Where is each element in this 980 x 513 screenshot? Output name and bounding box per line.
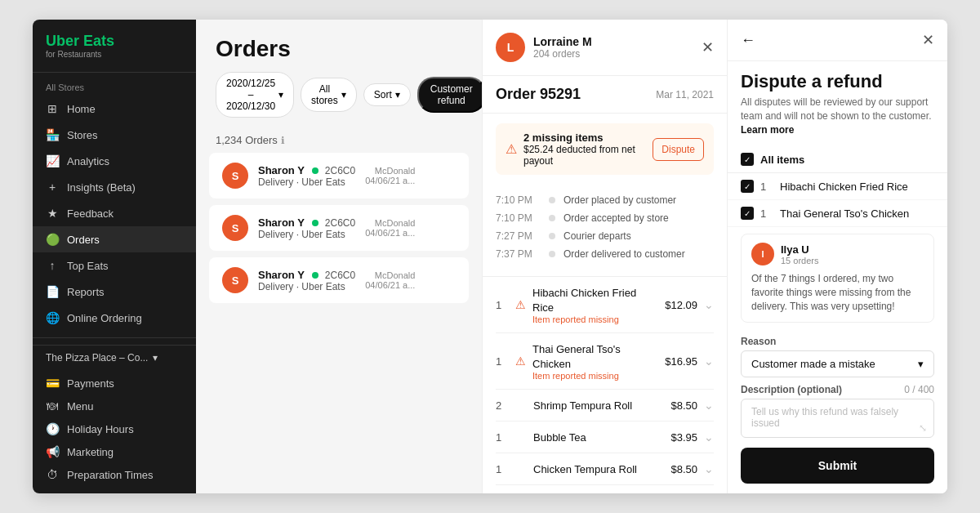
avatar: S — [222, 215, 248, 241]
customer-info: Lorraine M 204 orders — [533, 35, 592, 60]
sidebar-item-topeats[interactable]: ↑ Top Eats — [33, 252, 196, 279]
warning-icon: ⚠ — [515, 298, 526, 311]
item-name: Hibachi Chicken Fried Rice — [532, 287, 636, 314]
back-button[interactable]: ← — [741, 32, 755, 49]
item-price: $16.95 — [665, 355, 697, 368]
payments-icon: 💳 — [46, 377, 59, 390]
page-title: Orders — [216, 36, 462, 62]
item-checkbox[interactable]: ✓ — [741, 207, 754, 220]
timeline-time: 7:10 PM — [496, 212, 541, 224]
dispute-button[interactable]: Dispute — [653, 138, 704, 161]
sidebar-label-analytics: Analytics — [67, 155, 109, 167]
warning-icon: ⚠ — [506, 141, 517, 157]
sidebar-item-marketing[interactable]: 📢 Marketing — [33, 440, 196, 463]
sidebar-item-prep[interactable]: ⏱ Preparation Times — [33, 463, 196, 486]
sidebar-section-label: All Stores — [33, 73, 196, 96]
table-row[interactable]: S Sharon Y 2C6C0 Delivery · Uber Eats Mc… — [209, 153, 469, 199]
customer-name: Sharon Y 2C6C0 — [258, 216, 355, 229]
sidebar-item-reports[interactable]: 📄 Reports — [33, 279, 196, 305]
timeline-item: 7:27 PM Courier departs — [496, 230, 714, 242]
warning-icon: ⚠ — [515, 355, 526, 368]
timeline-event: Courier departs — [564, 230, 631, 242]
timeline-time: 7:27 PM — [496, 230, 541, 242]
sidebar-item-holiday[interactable]: 🕐 Holiday Hours — [33, 417, 196, 440]
date-filter-label: 2020/12/25 – 2020/12/30 — [226, 78, 275, 112]
order-info: Sharon Y 2C6C0 Delivery · Uber Eats — [258, 269, 355, 292]
item-name: Chicken Tempura Roll — [533, 463, 637, 475]
date-filter-button[interactable]: 2020/12/25 – 2020/12/30 ▾ — [216, 72, 294, 118]
sidebar-item-analytics[interactable]: 📈 Analytics — [33, 148, 196, 174]
timeline-item: 7:10 PM Order placed by customer — [496, 194, 714, 206]
description-textarea[interactable]: Tell us why this refund was falsely issu… — [741, 399, 934, 438]
orders-header: Orders 2020/12/25 – 2020/12/30 ▾ All sto… — [196, 20, 482, 127]
close-button[interactable]: ✕ — [922, 31, 934, 49]
order-info: Sharon Y 2C6C0 Delivery · Uber Eats — [258, 164, 355, 188]
dispute-item[interactable]: ✓ 1 Thai General Tso's Chicken — [728, 200, 947, 227]
reviewer-name: Ilya U — [781, 243, 818, 256]
submit-button[interactable]: Submit — [741, 448, 934, 484]
customer-avatar: L — [496, 33, 525, 62]
item-qty: 1 — [760, 207, 773, 220]
close-button[interactable]: ✕ — [702, 38, 714, 56]
order-timeline: 7:10 PM Order placed by customer 7:10 PM… — [483, 185, 727, 277]
item-qty: 1 — [496, 355, 509, 368]
learn-more-link[interactable]: Learn more — [741, 124, 794, 136]
item-name-block: Bubble Tea — [533, 430, 664, 444]
store-filter-button[interactable]: All stores ▾ — [301, 78, 357, 112]
feedback-icon: ★ — [46, 207, 59, 220]
customer-name: Lorraine M — [533, 35, 592, 48]
sidebar-item-menu[interactable]: 🍽 Menu — [33, 395, 196, 417]
chevron-down-icon: ▾ — [153, 352, 158, 364]
reason-select[interactable]: Customer made a mistake ▾ — [741, 350, 934, 377]
dispute-subtitle: All disputes will be reviewed by our sup… — [728, 96, 947, 146]
table-row[interactable]: S Sharon Y 2C6C0 Delivery · Uber Eats Mc… — [209, 257, 469, 303]
order-item[interactable]: 1 Chicken Tempura Roll $8.50 ⌄ — [496, 453, 714, 485]
all-items-row[interactable]: ✓ All items — [728, 146, 947, 173]
sidebar-item-orders[interactable]: 🟢 Orders — [33, 226, 196, 252]
sidebar-label-home: Home — [67, 103, 96, 115]
orders-toolbar: 2020/12/25 – 2020/12/30 ▾ All stores ▾ S… — [216, 72, 462, 118]
main-container: Uber Eats for Restaurants All Stores ⊞ H… — [33, 20, 947, 493]
sidebar-item-stores[interactable]: 🏪 Stores — [33, 122, 196, 148]
timeline-dot — [549, 233, 555, 239]
item-price: $8.50 — [670, 463, 697, 475]
order-item[interactable]: 2 Shrimp Tempura Roll $8.50 ⌄ — [496, 390, 714, 422]
item-name: Thai General Tso's Chicken — [780, 207, 934, 220]
sidebar-item-online-ordering[interactable]: 🌐 Online Ordering — [33, 305, 196, 331]
order-item[interactable]: 1 ⚠ Hibachi Chicken Fried Rice Item repo… — [496, 277, 714, 333]
order-item[interactable]: 1 Gyoza $5.95 ⌄ — [496, 485, 714, 493]
store-sub-nav: 💳 Payments 🍽 Menu 🕐 Holiday Hours 📢 Mark… — [33, 372, 196, 493]
dispute-item[interactable]: ✓ 1 Hibachi Chicken Fried Rice — [728, 173, 947, 200]
store-selector[interactable]: The Pizza Place – Co... ▾ — [33, 345, 196, 370]
store-name: The Pizza Place – Co... — [46, 352, 148, 364]
sidebar-label-payments: Payments — [67, 377, 114, 390]
timeline-item: 7:10 PM Order accepted by store — [496, 212, 714, 224]
chevron-down-icon: ⌄ — [704, 355, 714, 368]
table-row[interactable]: S Sharon Y 2C6C0 Delivery · Uber Eats Mc… — [209, 205, 469, 251]
reason-label: Reason — [728, 329, 947, 350]
sort-filter-button[interactable]: Sort ▾ — [363, 83, 411, 106]
sort-filter-label: Sort — [374, 89, 392, 100]
timeline-time: 7:10 PM — [496, 194, 541, 206]
customer-review-box: I Ilya U 15 orders Of the 7 things I ord… — [741, 234, 934, 322]
sidebar-item-payments[interactable]: 💳 Payments — [33, 372, 196, 395]
marketing-icon: 📢 — [46, 445, 59, 458]
sidebar-label-feedback: Feedback — [67, 207, 114, 220]
item-checkbox[interactable]: ✓ — [741, 180, 754, 193]
all-items-checkbox[interactable]: ✓ — [741, 153, 754, 166]
resize-handle[interactable]: ⤡ — [919, 422, 927, 434]
menu-icon: 🍽 — [46, 399, 59, 413]
sidebar-item-insights[interactable]: + Insights (Beta) — [33, 174, 196, 200]
order-item[interactable]: 1 ⚠ Thai General Tso's Chicken Item repo… — [496, 333, 714, 390]
chevron-down-icon: ▾ — [918, 358, 924, 370]
sidebar-item-home[interactable]: ⊞ Home — [33, 96, 196, 122]
customer-refund-tab[interactable]: Customer refund — [417, 77, 482, 113]
logo-text: Uber Eats — [46, 33, 114, 49]
sidebar-item-feedback[interactable]: ★ Feedback — [33, 200, 196, 226]
order-item[interactable]: 1 Bubble Tea $3.95 ⌄ — [496, 422, 714, 453]
sidebar: Uber Eats for Restaurants All Stores ⊞ H… — [33, 20, 196, 493]
sidebar-item-users[interactable]: 👥 Users — [33, 486, 196, 493]
item-missing-label: Item reported missing — [532, 314, 658, 324]
timeline-event: Order placed by customer — [564, 194, 676, 206]
item-name: Shrimp Tempura Roll — [533, 399, 632, 412]
